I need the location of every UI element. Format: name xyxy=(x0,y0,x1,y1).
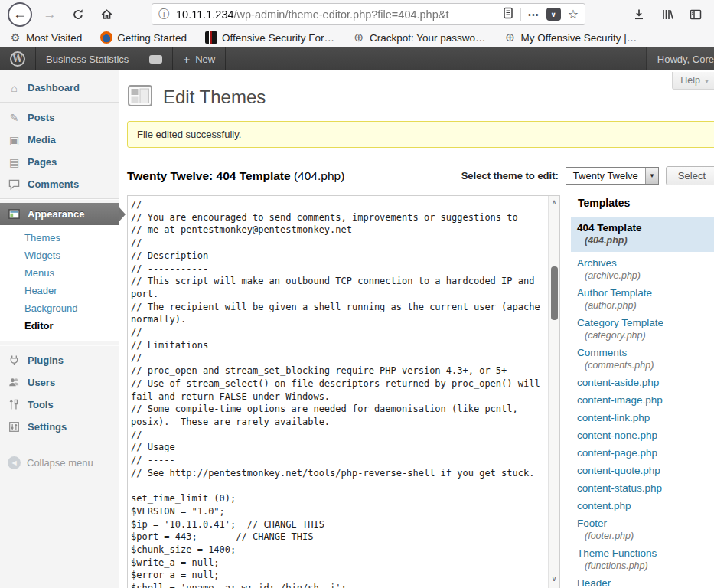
reload-icon[interactable] xyxy=(67,4,89,25)
browser-window: ← → ⓘ 10.11.1.234/wp-admin/theme-editor.… xyxy=(0,0,714,588)
menu-separator xyxy=(0,198,119,200)
wordpress-logo-icon[interactable] xyxy=(0,47,36,70)
home-icon[interactable] xyxy=(96,4,117,25)
template-content-php[interactable]: content.php xyxy=(571,498,714,514)
url-bar[interactable]: ⓘ 10.11.1.234/wp-admin/theme-editor.php?… xyxy=(152,3,585,25)
tools-icon xyxy=(8,399,21,410)
library-icon[interactable] xyxy=(657,4,678,25)
template-comments[interactable]: Comments (comments.php) xyxy=(571,345,714,373)
sidebar-item-dashboard[interactable]: ⌂ Dashboard xyxy=(0,77,119,99)
bookmark-most-visited[interactable]: ⚙ Most Visited xyxy=(9,31,82,44)
dropdown-arrow-icon xyxy=(645,168,658,184)
page-header: Edit Themes xyxy=(127,83,714,112)
template-header[interactable]: Header (header.php) xyxy=(571,575,714,588)
globe-icon: ⊕ xyxy=(504,31,517,44)
select-theme-label: Select theme to edit: xyxy=(461,170,559,181)
settings-icon xyxy=(8,421,21,433)
select-theme-button[interactable]: Select xyxy=(666,166,714,185)
wp-admin-body: ⌂ Dashboard ✎ Posts ▣ Media xyxy=(0,70,714,588)
sidebar-subitem-header[interactable]: Header xyxy=(0,282,119,299)
menu-separator xyxy=(0,102,119,103)
sidebar-subitem-menus[interactable]: Menus xyxy=(0,264,119,282)
page-title: Edit Themes xyxy=(163,87,266,108)
code-editor[interactable]: // // You are encouraged to send comment… xyxy=(127,195,560,588)
media-icon: ▣ xyxy=(8,135,21,145)
sidebar-item-tools[interactable]: Tools xyxy=(0,394,119,416)
template-content-none-php[interactable]: content-none.php xyxy=(571,427,714,443)
template-footer[interactable]: Footer (footer.php) xyxy=(571,515,714,544)
url-path: /wp-admin/theme-editor.php?file=404.php&… xyxy=(234,8,449,21)
template-content-quote-php[interactable]: content-quote.php xyxy=(571,462,714,479)
sidebar-item-media[interactable]: ▣ Media xyxy=(0,129,119,151)
scroll-up-icon[interactable]: ∧ xyxy=(549,198,559,206)
bookmark-offensive-security-for[interactable]: Offensive Security For… xyxy=(205,31,334,44)
code-editor-content[interactable]: // // You are encouraged to send comment… xyxy=(128,196,559,588)
bookmark-getting-started[interactable]: Getting Started xyxy=(100,31,187,44)
new-content-button[interactable]: New xyxy=(173,47,226,70)
page-actions-icon[interactable]: ••• xyxy=(528,10,540,19)
firefox-icon xyxy=(100,31,112,44)
site-info-icon[interactable]: ⓘ xyxy=(158,8,169,21)
success-notice: File edited successfully. xyxy=(127,121,714,148)
template-404-template[interactable]: 404 Template (404.php) xyxy=(571,217,714,252)
comments-button[interactable] xyxy=(139,47,173,70)
templates-panel: Templates 404 Template (404.php) Archive… xyxy=(571,195,714,588)
forward-button[interactable]: → xyxy=(39,4,60,25)
sidebar-item-pages[interactable]: ▤ Pages xyxy=(0,151,119,173)
edit-themes-icon xyxy=(127,83,153,112)
sidebar-item-appearance[interactable]: Appearance xyxy=(0,203,119,225)
template-content-page-php[interactable]: content-page.php xyxy=(571,445,714,461)
template-archives[interactable]: Archives (archive.php) xyxy=(571,255,714,283)
document-filename: (404.php) xyxy=(294,169,344,182)
template-author-template[interactable]: Author Template (author.php) xyxy=(571,285,714,313)
sidebars-icon[interactable] xyxy=(685,4,706,25)
sidebar-subitem-background[interactable]: Background xyxy=(0,299,119,317)
bookmark-crackpot-your-passwo[interactable]: ⊕ Crackpot: Your passwo… xyxy=(353,31,486,44)
template-content-image-php[interactable]: content-image.php xyxy=(571,392,714,408)
sidebar-item-plugins[interactable]: Plugins xyxy=(0,349,119,371)
back-button[interactable]: ← xyxy=(8,2,32,27)
reader-mode-icon[interactable] xyxy=(503,7,513,22)
editor-row: // // You are encouraged to send comment… xyxy=(127,195,714,588)
appearance-icon xyxy=(8,208,21,220)
sidebar-subitem-widgets[interactable]: Widgets xyxy=(0,247,119,264)
browser-toolbar: ← → ⓘ 10.11.1.234/wp-admin/theme-editor.… xyxy=(0,0,714,28)
sidebar-item-users[interactable]: Users xyxy=(0,371,119,394)
sidebar-subitem-themes[interactable]: Themes xyxy=(0,229,119,247)
scrollbar-thumb[interactable] xyxy=(551,266,558,320)
home-icon: ⌂ xyxy=(8,83,21,93)
url-host: 10.11.1.234 xyxy=(176,8,234,21)
gear-icon: ⚙ xyxy=(9,31,21,44)
templates-heading: Templates xyxy=(578,197,714,209)
sidebar-item-settings[interactable]: Settings xyxy=(0,416,119,438)
pushpin-icon: ✎ xyxy=(8,113,21,123)
url-text: 10.11.1.234/wp-admin/theme-editor.php?fi… xyxy=(176,8,496,21)
pocket-icon[interactable] xyxy=(546,8,561,21)
pages-icon: ▤ xyxy=(8,157,21,168)
template-category-template[interactable]: Category Template (category.php) xyxy=(571,315,714,343)
users-icon xyxy=(8,377,21,388)
help-button[interactable]: Help xyxy=(672,72,714,90)
template-theme-functions[interactable]: Theme Functions (functions.php) xyxy=(571,545,714,573)
comment-bubble-icon xyxy=(149,55,162,64)
collapse-menu-button[interactable]: Collapse menu xyxy=(0,452,119,474)
editor-scrollbar[interactable]: ∧ ∨ ⋰ xyxy=(548,196,559,588)
bookmark-my-offensive-security[interactable]: ⊕ My Offensive Security |… xyxy=(504,31,637,44)
template-content-status-php[interactable]: content-status.php xyxy=(571,480,714,496)
template-content-aside-php[interactable]: content-aside.php xyxy=(571,374,714,390)
howdy-account-link[interactable]: Howdy, Core xyxy=(646,47,714,70)
sidebar-item-comments[interactable]: Comments xyxy=(0,173,119,195)
bookmark-star-icon[interactable]: ☆ xyxy=(568,7,579,21)
sidebar-subitem-editor[interactable]: Editor xyxy=(0,317,119,335)
site-name-link[interactable]: Business Statistics xyxy=(36,47,139,70)
theme-select-group: Select theme to edit: Twenty Twelve Sele… xyxy=(461,166,714,185)
downloads-icon[interactable] xyxy=(628,4,650,25)
wp-admin-bar: Business Statistics New Howdy, Core xyxy=(0,47,714,70)
theme-dropdown[interactable]: Twenty Twelve xyxy=(566,167,659,185)
template-content-link-php[interactable]: content-link.php xyxy=(571,410,714,426)
document-row: Twenty Twelve: 404 Template (404.php) Se… xyxy=(127,166,714,185)
scroll-down-icon[interactable]: ∨ xyxy=(549,575,559,583)
templates-list: 404 Template (404.php) Archives (archive… xyxy=(571,217,714,588)
sidebar-item-posts[interactable]: ✎ Posts xyxy=(0,106,119,129)
plugin-icon xyxy=(8,354,21,366)
